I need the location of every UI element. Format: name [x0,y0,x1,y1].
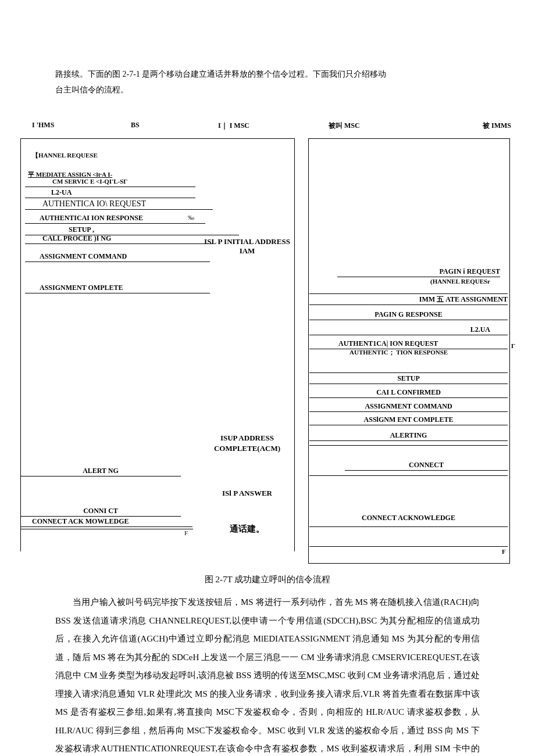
hdr-caller-msc: I｜ I MSC [218,121,249,131]
msg-assignment-command-r: ASSIGNMENT COMMAND [309,401,508,412]
msg-assignment-complete-r: ASSlGNM ENT COMPLETE [309,414,508,425]
hdr-callee-msc: 被叫 MSC [329,121,360,131]
msg-assignment-command: ASSIGNMENT COMMAND [25,251,210,262]
msg-isup-acm-2: COMPLETE(ACM) [201,444,294,453]
msg-alerting: ALERT NG [20,465,181,476]
msg-isup-answer: ISl P ANSWER [201,489,294,498]
msg-isup-iam: ISL P INITIAL ADDRESS IAM [201,237,294,256]
hdr-caller-ms: I 'HMS [32,121,54,130]
msg-connect-ack: CONNECT ACK MOWLEDGE [20,516,192,527]
msg-setup-r: SETUP [309,372,508,384]
msg-cm-service: CM SERVIC E <I-QI'L-SГ [52,178,127,185]
msg-auth-response-r: AUTHENTIC； TION RESPONSE [349,348,448,357]
msg-auth-request: AUTHENTICA IO\ REQUEST [25,199,213,210]
msg-auth-response: AUTHENTICAI ION RESPONSE [25,213,205,224]
msg-l2-ua: L2-UA [25,187,195,198]
figure-caption: 图 2-7T 成功建立呼叫的信令流程 [55,574,480,585]
intro-line1: 路接续。下面的图 2-7-1 是两个移动台建立通话并释放的整个信令过程。下面我们… [55,67,480,83]
gamma-marker: Г [511,342,515,349]
msg-connect-ack-r: CONNECT ACKNOWLEDGE [309,513,508,523]
msg-channel-request: 【HANNEL REQUESE [32,151,98,160]
left-f-marker: F [184,529,188,536]
msg-isup-acm-1: ISUP ADDRESS [201,433,294,443]
msg-connect: CONNI CT [20,506,181,517]
msg-channel-request-r: (HANNEL REQUESr [430,278,490,285]
msg-connect-r: CONNECT [345,460,508,471]
msg-assignment-complete: ASSIGNMENT OMPLETE [25,282,210,293]
msg-l2-ua-r: L2.UA [309,324,508,335]
msg-auth-response-suffix: ‰ [188,214,194,221]
msg-call-proceeding: CALL PROCEE )I NG [25,233,213,244]
intro-line2: 台主叫信令的流程。 [55,83,480,98]
msg-immediate-assignment-r: IMM 五 ATE ASSIGNMENT [309,293,508,305]
body-paragraph: 当用户输入被叫号码完毕按下发送按钮后，MS 将进行一系列动作，首先 MS 将在随… [55,593,480,756]
msg-call-established: 通话建。 [201,524,294,535]
msg-paging-response: PAGIN G RESPONSE [309,309,508,320]
right-f-marker: F [502,548,506,555]
msg-paging-request: PAGIN i REQUEST [337,266,500,277]
hdr-callee-ms: 被 IMMS [483,121,511,131]
msg-call-confirmed-r: CAI L CONFIRMED [309,387,508,398]
signaling-diagram: I 'HMS BS I｜ I MSC 被叫 MSC 被 IMMS 【HANNEL… [20,121,515,562]
msg-alerting-r: ALERTING [309,430,508,441]
hdr-bs: BS [131,121,140,130]
